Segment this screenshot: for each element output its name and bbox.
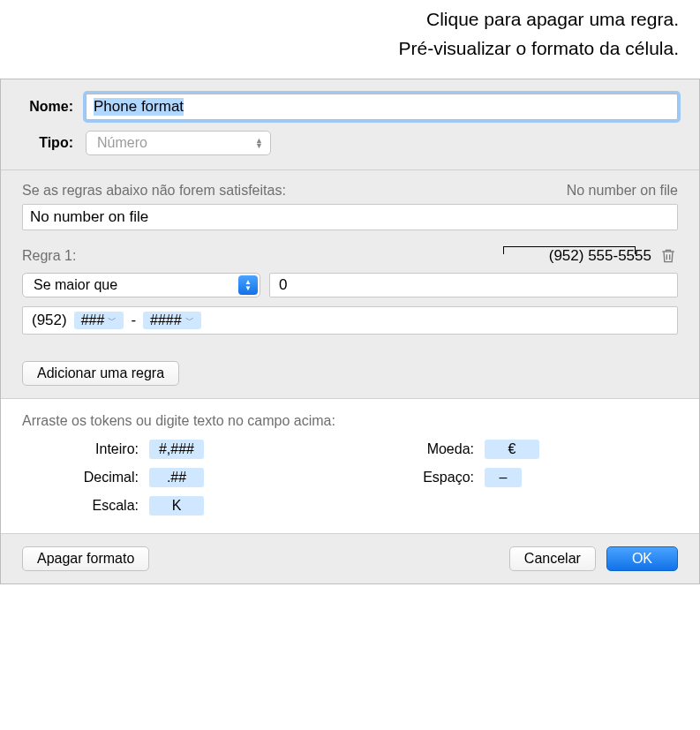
ok-button[interactable]: OK [606,546,678,571]
callout-delete-rule: Clique para apagar uma regra. [0,5,679,34]
type-label: Tipo: [22,135,73,151]
condition-select[interactable]: Se maior que [22,273,260,297]
format-token-1[interactable]: ### ﹀ [74,312,124,329]
custom-format-dialog: Nome: Tipo: Número Se as regras abaixo n… [0,79,700,584]
delete-rule-button[interactable] [659,246,678,266]
name-label: Nome: [22,99,73,115]
chevron-down-icon: ﹀ [185,314,194,327]
delete-format-button[interactable]: Apagar formato [22,546,149,571]
type-select-value: Número [97,135,147,151]
token-label-inteiro: Inteiro: [64,441,139,457]
condition-select-value: Se maior que [34,277,117,293]
cancel-button[interactable]: Cancelar [509,546,596,571]
format-token-2[interactable]: #### ﹀ [143,312,201,329]
fallback-input[interactable] [22,204,678,230]
token-label-escala: Escala: [64,498,139,514]
token-label-espaco: Espaço: [400,470,474,485]
add-rule-button[interactable]: Adicionar uma regra [22,361,179,386]
token-label-moeda: Moeda: [400,441,474,457]
rule-1-preview: (952) 555-5555 [549,247,651,265]
token-escala[interactable]: K [149,496,204,516]
rule-1-label: Regra 1: [22,248,76,264]
token-decimal[interactable]: .## [149,468,204,487]
fallback-prompt: Se as regras abaixo não forem satisfeita… [22,183,286,199]
format-separator: - [131,312,136,329]
tokens-prompt: Arraste os tokens ou digite texto no cam… [22,413,678,429]
callout-preview-format: Pré-visualizar o formato da célula. [0,34,679,64]
trash-icon [659,247,677,265]
format-prefix-text: (952) [32,312,67,329]
token-espaco[interactable]: – [485,468,522,487]
name-input[interactable] [86,94,678,120]
fallback-preview: No number on file [567,183,678,199]
updown-arrows-icon [238,275,258,295]
condition-value-input[interactable] [269,273,678,297]
updown-arrows-icon [255,138,263,148]
chevron-down-icon: ﹀ [108,314,117,327]
format-pattern-field[interactable]: (952) ### ﹀ - #### ﹀ [22,306,678,335]
token-inteiro[interactable]: #,### [149,440,204,459]
type-select[interactable]: Número [86,131,271,155]
token-moeda[interactable]: € [485,440,539,459]
token-label-decimal: Decimal: [64,470,139,485]
